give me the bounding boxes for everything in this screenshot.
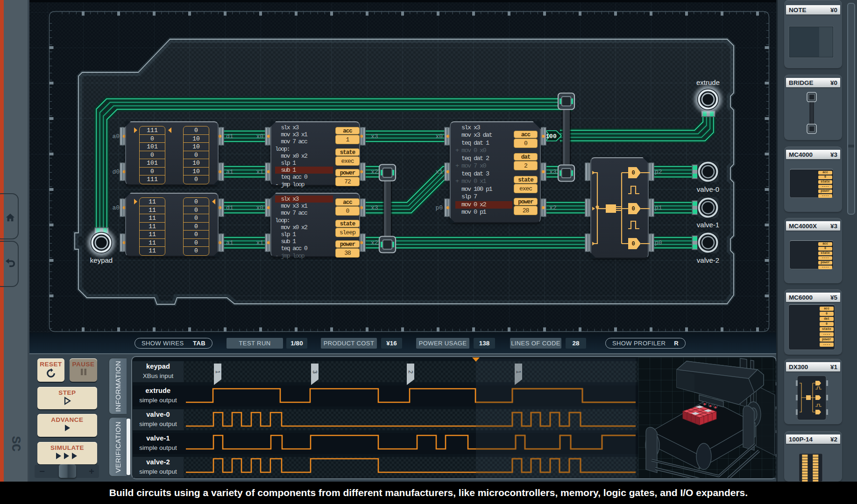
svg-text:0: 0 — [631, 241, 635, 247]
svg-text:0: 0 — [631, 206, 635, 212]
svg-text:3: 3 — [312, 371, 318, 374]
svg-text:1: 1 — [214, 371, 221, 374]
svg-text:2: 2 — [407, 371, 414, 374]
svg-text:1: 1 — [515, 371, 522, 374]
svg-text:100: 100 — [545, 133, 557, 140]
svg-text:0: 0 — [631, 170, 635, 176]
